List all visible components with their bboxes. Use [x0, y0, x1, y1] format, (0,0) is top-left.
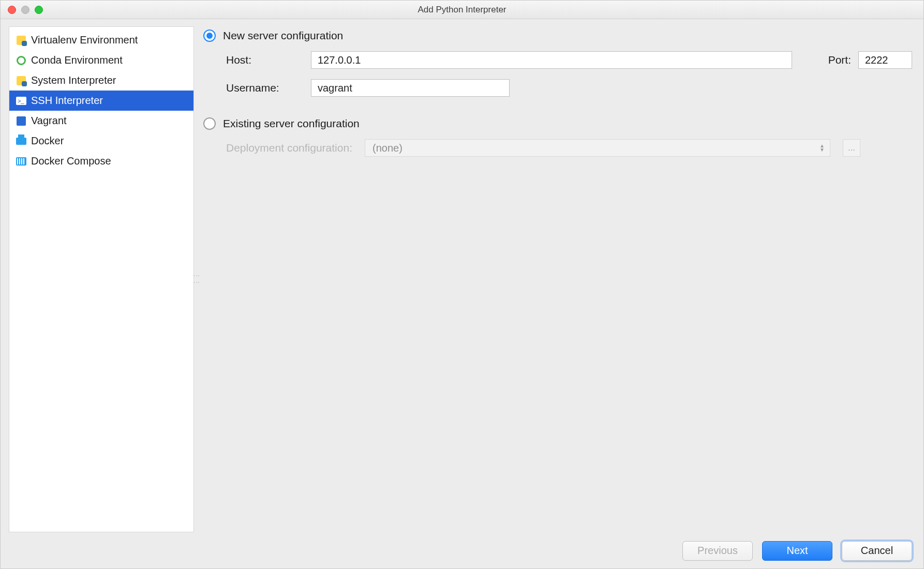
- deployment-select[interactable]: (none) ▲▼: [365, 139, 830, 157]
- username-label: Username:: [226, 82, 304, 94]
- ellipsis-icon: ...: [848, 143, 855, 153]
- ssh-interpreter-panel: New server configuration Host: Port: Use…: [199, 26, 915, 532]
- next-button[interactable]: Next: [762, 541, 832, 561]
- port-input[interactable]: [858, 51, 912, 69]
- host-label: Host:: [226, 54, 304, 66]
- vagrant-icon: [16, 115, 27, 127]
- chevron-up-down-icon: ▲▼: [819, 144, 825, 152]
- window-zoom-button[interactable]: [35, 6, 43, 14]
- new-server-form: Host: Port: Username:: [226, 51, 912, 97]
- button-label: Cancel: [861, 545, 893, 557]
- sidebar-item-ssh[interactable]: >_ SSH Interpreter: [9, 91, 193, 111]
- new-server-radio-label: New server configuration: [223, 29, 343, 42]
- titlebar: Add Python Interpreter: [1, 1, 923, 19]
- previous-button[interactable]: Previous: [682, 541, 753, 561]
- window-traffic-lights: [8, 6, 43, 14]
- sidebar-item-label: Vagrant: [31, 115, 67, 127]
- port-label: Port:: [828, 54, 851, 66]
- sidebar-splitter[interactable]: ⋮⋮: [194, 26, 199, 532]
- docker-compose-icon: [16, 156, 27, 167]
- username-input[interactable]: [311, 79, 510, 97]
- window-close-button[interactable]: [8, 6, 16, 14]
- docker-icon: [16, 136, 27, 147]
- conda-icon: [16, 55, 27, 66]
- window-minimize-button[interactable]: [21, 6, 29, 14]
- existing-server-radio-label: Existing server configuration: [223, 117, 360, 130]
- dialog-footer: Previous Next Cancel: [1, 532, 923, 568]
- sidebar-item-docker-compose[interactable]: Docker Compose: [9, 151, 193, 171]
- window-title: Add Python Interpreter: [418, 5, 506, 15]
- sidebar-item-label: Conda Environment: [31, 54, 123, 66]
- sidebar-item-conda[interactable]: Conda Environment: [9, 50, 193, 70]
- splitter-grip-icon: ⋮⋮: [195, 273, 198, 286]
- sidebar-item-vagrant[interactable]: Vagrant: [9, 111, 193, 131]
- host-input[interactable]: [311, 51, 792, 69]
- button-label: Next: [786, 545, 808, 557]
- python-icon: [16, 35, 27, 46]
- python-icon: [16, 75, 27, 86]
- deployment-row: Deployment configuration: (none) ▲▼ ...: [226, 139, 912, 157]
- cancel-button[interactable]: Cancel: [842, 541, 912, 561]
- sidebar-item-docker[interactable]: Docker: [9, 131, 193, 151]
- existing-server-radio-row[interactable]: Existing server configuration: [203, 117, 912, 130]
- dialog-window: Add Python Interpreter Virtualenv Enviro…: [0, 0, 924, 569]
- new-server-radio-row[interactable]: New server configuration: [203, 29, 912, 42]
- interpreter-type-sidebar: Virtualenv Environment Conda Environment…: [9, 26, 194, 532]
- sidebar-item-label: System Interpreter: [31, 74, 116, 86]
- sidebar-item-label: SSH Interpreter: [31, 95, 103, 107]
- sidebar-item-virtualenv[interactable]: Virtualenv Environment: [9, 30, 193, 50]
- terminal-icon: >_: [16, 95, 27, 107]
- deployment-browse-button[interactable]: ...: [843, 139, 860, 157]
- sidebar-item-label: Virtualenv Environment: [31, 34, 138, 46]
- sidebar-item-label: Docker Compose: [31, 155, 111, 167]
- dialog-body: Virtualenv Environment Conda Environment…: [1, 19, 923, 532]
- existing-server-block: Existing server configuration Deployment…: [203, 117, 912, 157]
- new-server-radio[interactable]: [203, 29, 216, 42]
- button-label: Previous: [697, 545, 738, 557]
- deployment-select-value: (none): [372, 142, 403, 154]
- deployment-label: Deployment configuration:: [226, 142, 352, 154]
- sidebar-item-label: Docker: [31, 135, 64, 147]
- existing-server-radio[interactable]: [203, 117, 216, 130]
- sidebar-item-system[interactable]: System Interpreter: [9, 70, 193, 91]
